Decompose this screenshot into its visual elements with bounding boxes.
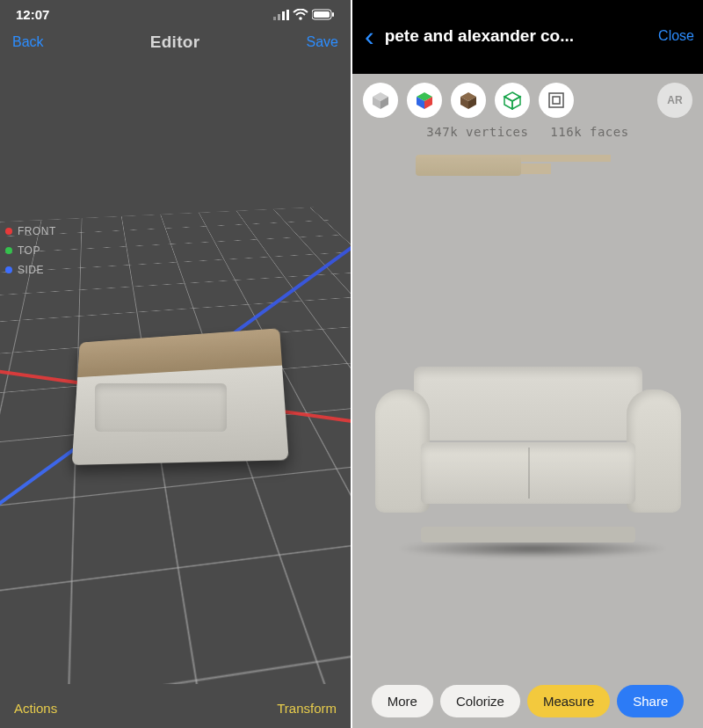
svg-rect-6 [314,11,330,18]
scan-artifacts [416,155,521,176]
editor-screen: 12:07 Back Editor Save FRONT TOP [0,0,352,728]
navbar-title: Editor [150,33,200,52]
vertex-count: 347k vertices [426,125,528,139]
svg-rect-2 [282,11,285,20]
close-button[interactable]: Close [658,28,694,44]
back-button[interactable]: Back [12,34,44,50]
viewer-screen: ‹ pete and alexander co... Close AR [352,0,703,728]
status-bar: 12:07 [0,0,351,25]
svg-marker-18 [504,97,512,109]
model-viewport[interactable] [352,241,703,666]
transform-button[interactable]: Transform [277,701,337,716]
bounds-icon[interactable] [539,83,574,118]
editor-bottombar: Actions Transform [0,688,351,728]
share-button[interactable]: Share [617,685,684,717]
axis-legend: FRONT TOP SIDE [5,225,56,283]
bottom-action-row: More Colorize Measure Share [352,685,703,717]
editor-navbar: Back Editor Save [0,25,351,62]
axis-top-label: TOP [18,244,40,257]
dot-icon [5,247,12,254]
ar-button[interactable]: AR [657,83,692,118]
scanned-model[interactable] [70,331,281,462]
back-chevron-icon[interactable]: ‹ [361,29,378,43]
svg-rect-3 [286,10,289,20]
svg-rect-1 [278,14,280,20]
viewer-title: pete and alexander co... [385,26,651,46]
svg-rect-20 [549,93,563,107]
dot-icon [5,228,12,235]
colorize-button[interactable]: Colorize [440,685,520,717]
save-button[interactable]: Save [307,34,338,50]
measure-button[interactable]: Measure [527,685,610,717]
viewer-navbar: ‹ pete and alexander co... Close [352,0,703,55]
viewer-body: AR 347k vertices 116k faces More Coloriz… [352,74,703,728]
actions-button[interactable]: Actions [14,701,57,716]
render-mode-toolbar: AR [352,74,703,127]
color-cube-icon[interactable] [407,83,442,118]
scanned-sofa-model[interactable] [379,361,678,546]
editor-viewport[interactable]: FRONT TOP SIDE [0,67,351,684]
status-time: 12:07 [16,7,49,22]
svg-marker-17 [504,92,520,101]
svg-marker-19 [512,97,520,109]
svg-rect-21 [553,97,560,104]
axis-front: FRONT [5,225,56,237]
svg-rect-7 [332,12,334,17]
axis-side: SIDE [5,264,56,276]
signal-icon [273,10,289,20]
axis-top: TOP [5,244,56,257]
dot-icon [5,266,12,273]
face-count: 116k faces [550,125,628,139]
status-right [273,9,335,20]
axis-side-label: SIDE [18,264,44,276]
wifi-icon [293,9,308,20]
svg-rect-0 [273,17,276,20]
axis-front-label: FRONT [18,225,56,237]
mesh-stats: 347k vertices 116k faces [352,125,703,139]
more-button[interactable]: More [372,685,433,717]
wireframe-cube-icon[interactable] [495,83,530,118]
battery-icon [312,9,335,20]
svg-point-4 [299,17,302,20]
texture-cube-icon[interactable] [451,83,486,118]
gray-cube-icon[interactable] [363,83,398,118]
